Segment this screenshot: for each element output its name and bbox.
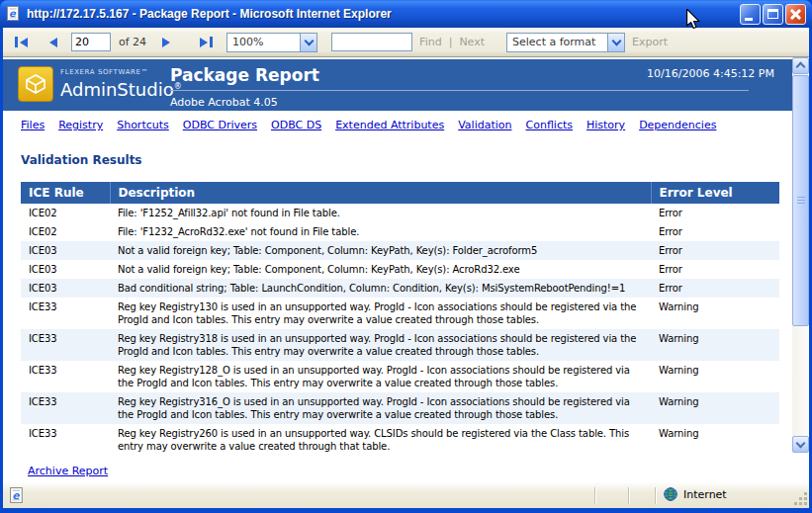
description-cell: Reg key Registry260 is used in an unsupp… — [110, 424, 651, 456]
nav-link[interactable]: Extended Attributes — [335, 119, 444, 131]
scroll-down-button[interactable] — [792, 436, 809, 453]
internet-globe-icon — [664, 487, 677, 501]
report-header: FLEXERA SOFTWARE™ AdminStudio® Package R… — [3, 59, 792, 111]
previous-page-icon — [49, 38, 57, 47]
ice-rule-cell: ICE03 — [21, 260, 110, 279]
nav-link[interactable]: History — [586, 119, 625, 131]
scroll-up-icon — [796, 62, 806, 72]
error-level-cell: Warning — [651, 424, 779, 456]
nav-link[interactable]: ODBC Drivers — [183, 119, 257, 131]
description-cell: Not a valid foreign key; Table: Componen… — [110, 241, 651, 260]
description-cell: Bad conditional string; Table: LaunchCon… — [110, 279, 651, 298]
error-level-cell: Warning — [651, 329, 779, 361]
table-row: ICE03 Not a valid foreign key; Table: Co… — [21, 260, 779, 279]
description-cell: Reg key Registry316_O is used in an unsu… — [110, 392, 651, 424]
find-button[interactable]: Find — [419, 36, 442, 48]
title-bar[interactable]: e http://172.17.5.167 - Package Report -… — [0, 0, 812, 28]
table-row: ICE33 Reg key Registry316_O is used in a… — [21, 392, 779, 424]
error-level-cell: Error — [651, 222, 779, 241]
format-value: Select a format — [507, 36, 607, 48]
first-page-icon — [15, 37, 18, 47]
scroll-up-button[interactable] — [792, 57, 809, 74]
table-row: ICE02 File: 'F1252_Afill32.api' not foun… — [21, 204, 779, 222]
report-timestamp: 10/16/2006 4:45:12 PM — [647, 67, 774, 80]
table-row: ICE02 File: 'F1232_AcroRd32.exe' not fou… — [21, 222, 779, 241]
ie-window: e http://172.17.5.167 - Package Report -… — [0, 0, 812, 513]
adminstudio-label: AdminStudio® — [60, 76, 182, 100]
error-level-cell: Error — [651, 279, 779, 298]
nav-link[interactable]: Conflicts — [526, 119, 573, 131]
column-header-description: Description — [110, 182, 651, 204]
resize-grip[interactable] — [794, 492, 807, 505]
nav-link[interactable]: Shortcuts — [117, 119, 169, 131]
archive-report-link[interactable]: Archive Report — [28, 465, 108, 477]
error-level-cell: Warning — [651, 361, 779, 392]
adminstudio-logo-icon — [18, 66, 53, 102]
table-row: ICE03 Not a valid foreign key; Table: Co… — [21, 241, 779, 260]
error-level-cell: Warning — [651, 298, 779, 329]
find-next-separator: | — [449, 36, 453, 48]
first-page-button[interactable] — [15, 37, 28, 47]
report-viewport: FLEXERA SOFTWARE™ AdminStudio® Package R… — [3, 57, 809, 482]
ice-rule-cell: ICE33 — [21, 392, 110, 424]
error-level-cell: Warning — [651, 392, 779, 424]
previous-page-button[interactable] — [49, 38, 57, 47]
section-nav: Files Registry Shortcuts ODBC Drivers OD… — [21, 119, 716, 131]
ice-rule-cell: ICE33 — [21, 329, 110, 361]
nav-link[interactable]: Validation — [458, 119, 511, 131]
vertical-scrollbar[interactable] — [792, 57, 809, 453]
zoom-select[interactable]: 100% — [226, 33, 317, 52]
description-cell: Not a valid foreign key; Table: Componen… — [110, 260, 651, 279]
table-row: ICE33 Reg key Registry260 is used in an … — [21, 424, 779, 456]
column-header-ice-rule: ICE Rule — [21, 182, 110, 204]
zone-label: Internet — [683, 488, 727, 501]
table-row: ICE03 Bad conditional string; Table: Lau… — [21, 279, 779, 298]
table-row: ICE33 Reg key Registry128_O is used in a… — [21, 361, 779, 392]
nav-link[interactable]: Registry — [58, 119, 103, 131]
validation-results-table: ICE Rule Description Error Level ICE02 F… — [21, 182, 779, 456]
svg-text:e: e — [12, 489, 20, 502]
last-page-button[interactable] — [200, 37, 213, 47]
statusbar-divider — [655, 487, 656, 504]
format-select[interactable]: Select a format — [506, 33, 625, 52]
ie-document-icon: e — [9, 487, 26, 504]
description-cell: Reg key Registry130 is used in an unsupp… — [110, 298, 651, 329]
last-page-icon — [210, 37, 213, 47]
section-heading: Validation Results — [21, 153, 142, 167]
export-button[interactable]: Export — [632, 36, 668, 48]
window-title: http://172.17.5.167 - Package Report - M… — [27, 7, 740, 21]
ice-rule-cell: ICE33 — [21, 361, 110, 392]
description-cell: Reg key Registry128_O is used in an unsu… — [110, 361, 651, 392]
find-input[interactable] — [331, 33, 412, 51]
scroll-down-icon — [796, 439, 806, 449]
error-level-cell: Error — [651, 241, 779, 260]
status-bar: e Internet — [3, 482, 809, 508]
minimize-button[interactable] — [740, 4, 761, 25]
brand-block: FLEXERA SOFTWARE™ AdminStudio® — [60, 68, 182, 100]
scrollbar-thumb[interactable] — [792, 75, 809, 326]
table-header-row: ICE Rule Description Error Level — [21, 182, 779, 204]
nav-link[interactable]: Files — [21, 119, 45, 131]
page-number-input[interactable] — [71, 33, 111, 51]
chevron-down-icon[interactable] — [607, 34, 624, 51]
table-row: ICE33 Reg key Registry130 is used in an … — [21, 298, 779, 329]
statusbar-divider — [628, 487, 629, 504]
ice-rule-cell: ICE33 — [21, 298, 110, 329]
next-page-button[interactable] — [162, 38, 170, 47]
ice-rule-cell: ICE02 — [21, 204, 110, 222]
ie-page-icon: e — [6, 6, 22, 22]
chevron-down-icon[interactable] — [300, 34, 316, 51]
report-toolbar: of 24 100% Find | Next Select a format E… — [3, 28, 809, 57]
ice-rule-cell: ICE03 — [21, 279, 110, 298]
maximize-button[interactable] — [763, 4, 783, 25]
flexera-software-label: FLEXERA SOFTWARE™ — [60, 68, 182, 76]
next-find-button[interactable]: Next — [459, 36, 485, 48]
description-cell: File: 'F1252_Afill32.api' not found in F… — [110, 204, 651, 222]
close-button[interactable] — [785, 4, 806, 25]
nav-link[interactable]: Dependencies — [639, 119, 716, 131]
column-header-error-level: Error Level — [651, 182, 779, 204]
next-page-icon — [162, 38, 170, 47]
statusbar-divider — [594, 487, 595, 504]
nav-link[interactable]: ODBC DS — [271, 119, 321, 131]
description-cell: Reg key Registry318 is used in an unsupp… — [110, 329, 651, 361]
